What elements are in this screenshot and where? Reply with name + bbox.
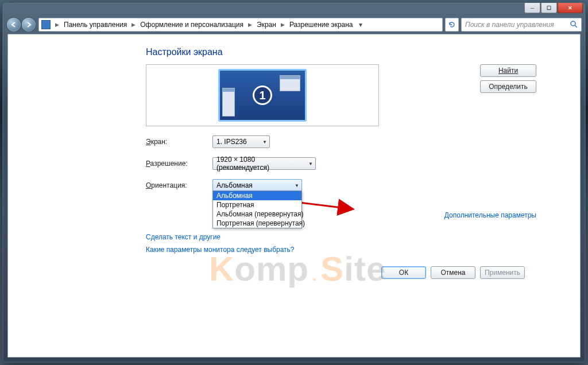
ok-button[interactable]: ОК — [381, 266, 426, 279]
arrow-right-icon — [25, 21, 32, 28]
preview-side-buttons: Найти Определить — [480, 64, 536, 126]
breadcrumb-item[interactable]: Оформление и персонализация — [138, 21, 246, 29]
orientation-label: Ориентация: — [146, 181, 212, 189]
inner-pane: Настройки экрана 1 Найти Определить Экра… — [146, 34, 536, 357]
refresh-icon — [448, 21, 456, 29]
window-frame: ─ ☐ ✕ ▶ Панель управления ▶ Оформление и… — [2, 2, 586, 363]
monitor-preview[interactable]: 1 — [218, 69, 307, 122]
resolution-row: Разрешение: 1920 × 1080 (рекомендуется) … — [146, 157, 536, 170]
cancel-button[interactable]: Отмена — [431, 266, 475, 279]
minimize-button[interactable]: ─ — [524, 3, 540, 13]
orientation-option[interactable]: Портретная — [213, 200, 301, 209]
chevron-right-icon: ▶ — [247, 22, 253, 28]
display-value: 1. IPS236 — [216, 138, 247, 146]
refresh-button[interactable] — [445, 18, 459, 32]
nav-buttons — [6, 17, 36, 32]
breadcrumb[interactable]: ▶ Панель управления ▶ Оформление и персо… — [38, 18, 443, 32]
text-size-link[interactable]: Сделать текст и другие — [146, 233, 220, 241]
preview-window-icon — [222, 88, 235, 117]
breadcrumb-item[interactable]: Панель управления — [61, 21, 129, 29]
chevron-down-icon: ▼ — [295, 183, 299, 188]
monitor-preview-box: 1 — [146, 64, 379, 126]
preview-row: 1 Найти Определить — [146, 64, 536, 126]
which-monitor-link[interactable]: Какие параметры монитора следует выбрать… — [146, 246, 295, 254]
orientation-value: Альбомная — [216, 181, 253, 189]
titlebar: ─ ☐ ✕ — [3, 3, 585, 15]
find-button[interactable]: Найти — [480, 64, 536, 77]
search-box[interactable]: Поиск в панели управления — [461, 18, 582, 32]
back-button[interactable] — [6, 17, 21, 32]
chevron-right-icon: ▶ — [54, 22, 60, 28]
resolution-select[interactable]: 1920 × 1080 (рекомендуется) ▼ — [212, 157, 316, 170]
forward-button[interactable] — [21, 17, 36, 32]
chevron-down-icon: ▼ — [262, 139, 267, 145]
search-placeholder: Поиск в панели управления — [465, 21, 554, 29]
search-icon — [570, 20, 578, 30]
close-button[interactable]: ✕ — [558, 3, 583, 13]
breadcrumb-dropdown[interactable]: ▾ — [357, 21, 365, 29]
orientation-option[interactable]: Альбомная — [213, 191, 301, 200]
preview-window-icon — [280, 75, 300, 91]
orientation-dropdown-list: Альбомная Портретная Альбомная (переверн… — [212, 191, 302, 228]
orientation-option[interactable]: Портретная (перевернутая) — [213, 219, 301, 228]
svg-point-0 — [571, 21, 575, 26]
resolution-label: Разрешение: — [146, 160, 212, 168]
bottom-links: Сделать текст и другие Какие параметры м… — [146, 233, 536, 254]
apply-button[interactable]: Применить — [480, 266, 525, 279]
breadcrumb-item[interactable]: Разрешение экрана — [287, 21, 355, 29]
chevron-down-icon: ▼ — [308, 161, 313, 166]
display-select[interactable]: 1. IPS236 ▼ — [212, 135, 270, 148]
detect-button[interactable]: Определить — [480, 80, 536, 93]
navbar: ▶ Панель управления ▶ Оформление и персо… — [6, 17, 582, 33]
window-buttons: ─ ☐ ✕ — [524, 3, 583, 13]
monitor-number: 1 — [253, 86, 272, 105]
page-title: Настройки экрана — [146, 47, 536, 57]
dialog-footer: ОК Отмена Применить — [146, 266, 536, 279]
breadcrumb-item[interactable]: Экран — [254, 21, 278, 29]
arrow-left-icon — [10, 21, 17, 28]
display-label: Экран: — [146, 138, 212, 146]
orientation-option[interactable]: Альбомная (перевернутая) — [213, 209, 301, 219]
advanced-settings-link[interactable]: Дополнительные параметры — [444, 211, 536, 219]
chevron-right-icon: ▶ — [130, 22, 137, 28]
display-row: Экран: 1. IPS236 ▼ — [146, 135, 536, 148]
resolution-value: 1920 × 1080 (рекомендуется) — [216, 156, 304, 172]
orientation-select[interactable]: Альбомная ▼ — [212, 179, 302, 192]
control-panel-icon — [41, 20, 51, 29]
chevron-right-icon: ▶ — [280, 22, 286, 28]
maximize-button[interactable]: ☐ — [541, 3, 557, 13]
orientation-row: Ориентация: Альбомная ▼ — [146, 179, 536, 192]
content-area: Настройки экрана 1 Найти Определить Экра… — [7, 34, 581, 358]
